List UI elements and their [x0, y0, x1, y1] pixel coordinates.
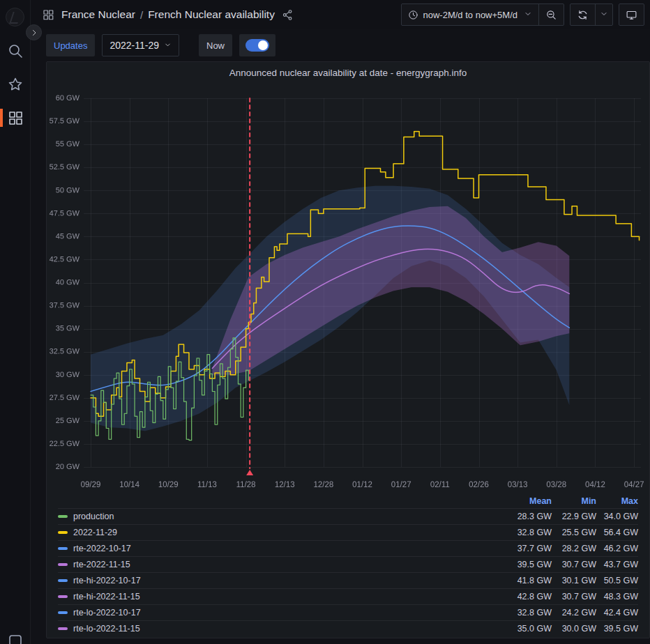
sidebar-expand-button[interactable] — [26, 24, 42, 40]
legend-header-min[interactable]: Min — [552, 496, 596, 506]
refresh-group — [570, 3, 613, 26]
legend-min-value: 28.2 GW — [552, 544, 596, 553]
legend-row: rte-2022-11-15 39.5 GW 30.7 GW 43.7 GW — [58, 556, 638, 572]
legend-min-value: 25.5 GW — [552, 528, 596, 537]
series-color-swatch — [58, 531, 68, 534]
legend-row: rte-hi-2022-10-17 41.8 GW 30.1 GW 50.5 G… — [58, 572, 638, 588]
chevron-down-icon — [164, 40, 172, 51]
legend-mean-value: 32.8 GW — [507, 608, 552, 618]
star-icon[interactable] — [7, 76, 24, 93]
legend-mean-value: 39.5 GW — [507, 560, 552, 569]
panel-title[interactable]: Announced nuclear availability at date -… — [47, 62, 649, 83]
dashboards-grid-icon[interactable] — [7, 109, 24, 126]
legend-max-value: 39.5 GW — [596, 624, 638, 634]
series-color-swatch — [58, 515, 68, 518]
legend-mean-value: 35.0 GW — [507, 624, 552, 634]
series-color-swatch — [58, 579, 68, 582]
help-icon[interactable] — [7, 633, 24, 644]
zoom-out-button[interactable] — [539, 4, 564, 25]
legend-min-value: 22.9 GW — [552, 512, 596, 521]
legend-max-value: 46.2 GW — [596, 544, 638, 553]
breadcrumb-page[interactable]: French Nuclear availability — [148, 8, 275, 21]
breadcrumb-folder[interactable]: France Nuclear — [61, 8, 135, 21]
legend-min-value: 30.7 GW — [552, 592, 596, 601]
legend-row: rte-lo-2022-11-15 35.0 GW 30.0 GW 39.5 G… — [58, 620, 638, 636]
legend-mean-value: 28.3 GW — [507, 512, 552, 521]
legend-row: 2022-11-29 32.8 GW 25.5 GW 56.4 GW — [58, 524, 638, 540]
legend-row: rte-lo-2022-10-17 32.8 GW 24.2 GW 42.4 G… — [58, 604, 638, 620]
availability-chart-canvas[interactable] — [47, 83, 649, 494]
series-color-swatch — [58, 627, 68, 630]
updates-button[interactable]: Updates — [46, 34, 95, 56]
date-select-value: 2022-11-29 — [109, 40, 159, 51]
legend-row: rte-2022-10-17 37.7 GW 28.2 GW 46.2 GW — [58, 540, 638, 556]
legend-series-label[interactable]: 2022-11-29 — [58, 528, 507, 537]
active-nav-indicator — [0, 109, 3, 127]
date-select-dropdown[interactable]: 2022-11-29 — [102, 34, 179, 56]
series-color-swatch — [58, 563, 68, 566]
kiosk-mode-button[interactable] — [619, 3, 644, 26]
dashboard-controls-row: Updates 2022-11-29 Now — [31, 29, 650, 61]
search-icon[interactable] — [7, 43, 24, 59]
availability-panel: Announced nuclear availability at date -… — [46, 61, 650, 638]
legend-series-label[interactable]: rte-lo-2022-11-15 — [58, 624, 507, 634]
toggle-track — [245, 39, 269, 52]
legend-series-label[interactable]: production — [58, 512, 507, 521]
legend-series-label[interactable]: rte-2022-11-15 — [58, 560, 507, 569]
app-logo-icon[interactable] — [6, 8, 24, 26]
legend-min-value: 24.2 GW — [552, 608, 596, 618]
series-color-swatch — [58, 595, 68, 598]
zoom-out-icon — [545, 9, 557, 21]
legend-series-label[interactable]: rte-hi-2022-10-17 — [58, 576, 507, 585]
now-button[interactable]: Now — [199, 34, 232, 56]
legend-max-value: 50.5 GW — [596, 576, 638, 585]
legend-series-label[interactable]: rte-hi-2022-11-15 — [58, 592, 507, 601]
time-range-label: now-2M/d to now+5M/d — [423, 10, 517, 20]
toggle-knob — [258, 40, 268, 50]
breadcrumb-separator: / — [140, 9, 143, 21]
legend-row: rte-hi-2022-11-15 42.8 GW 30.7 GW 48.3 G… — [58, 588, 638, 604]
legend-max-value: 48.3 GW — [596, 592, 638, 601]
time-range-picker[interactable]: now-2M/d to now+5M/d — [402, 4, 538, 25]
legend-max-value: 56.4 GW — [596, 528, 638, 537]
chevron-down-icon — [524, 8, 532, 21]
legend-header-mean[interactable]: Mean — [507, 496, 552, 506]
time-range-group: now-2M/d to now+5M/d — [401, 3, 564, 26]
legend-series-label[interactable]: rte-2022-10-17 — [58, 544, 507, 553]
legend-row: production 28.3 GW 22.9 GW 34.0 GW — [58, 508, 638, 524]
legend-header-row: Mean Min Max — [58, 494, 638, 508]
monitor-icon — [626, 9, 637, 21]
series-color-swatch — [58, 547, 68, 550]
left-sidebar — [0, 0, 31, 644]
top-navigation-bar: France Nuclear / French Nuclear availabi… — [31, 0, 650, 29]
share-icon[interactable] — [282, 9, 294, 21]
legend-max-value: 34.0 GW — [596, 512, 638, 521]
chevron-down-icon — [600, 8, 608, 21]
legend-max-value: 42.4 GW — [596, 608, 638, 618]
legend-mean-value: 32.8 GW — [507, 528, 552, 537]
apps-grid-icon — [42, 8, 54, 21]
legend-mean-value: 41.8 GW — [507, 576, 552, 585]
legend-header-max[interactable]: Max — [596, 496, 638, 506]
follow-now-toggle[interactable] — [239, 34, 275, 56]
series-color-swatch — [58, 611, 68, 614]
refresh-button[interactable] — [570, 4, 595, 25]
legend-table: Mean Min Max production 28.3 GW 22.9 GW … — [47, 494, 649, 636]
clock-icon — [408, 10, 418, 20]
refresh-interval-dropdown[interactable] — [596, 4, 612, 25]
legend-series-label[interactable]: rte-lo-2022-10-17 — [58, 608, 507, 618]
legend-max-value: 43.7 GW — [596, 560, 638, 569]
refresh-icon — [577, 9, 589, 21]
legend-min-value: 30.0 GW — [552, 624, 596, 634]
legend-min-value: 30.1 GW — [552, 576, 596, 585]
legend-mean-value: 42.8 GW — [507, 592, 552, 601]
legend-min-value: 30.7 GW — [552, 560, 596, 569]
legend-mean-value: 37.7 GW — [507, 544, 552, 553]
